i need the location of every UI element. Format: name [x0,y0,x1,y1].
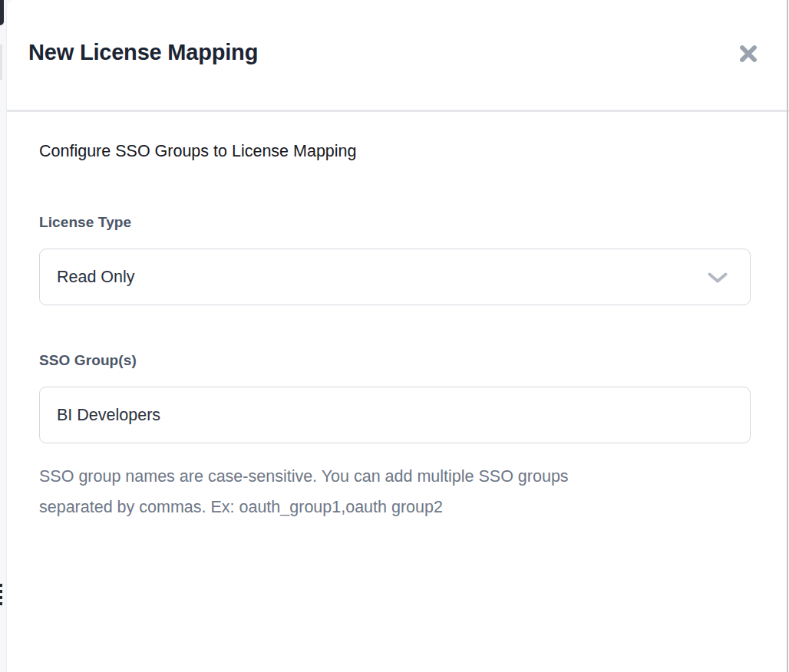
chevron-down-icon [707,272,728,288]
background-edge-patch [0,44,2,80]
close-icon [736,41,761,68]
modal-subtitle: Configure SSO Groups to License Mapping [39,142,357,161]
license-type-selected-value: Read Only [57,249,135,305]
sso-groups-field [39,387,751,443]
sso-groups-helper-line2: separated by commas. Ex: oauth_group1,oa… [39,492,730,522]
menu-icon-dash [0,602,2,605]
background-dark-corner [0,0,4,25]
menu-icon-dash [0,596,2,599]
sso-groups-helper-text: SSO group names are case-sensitive. You … [39,461,730,522]
new-license-mapping-modal: New License Mapping Configure SSO Groups… [6,0,789,672]
sso-groups-input[interactable] [40,387,750,443]
sso-groups-label: SSO Group(s) [39,352,137,369]
license-type-select[interactable]: Read Only [39,249,751,305]
sso-groups-helper-line1: SSO group names are case-sensitive. You … [39,461,730,492]
window-right-edge [787,0,788,672]
header-divider [7,110,789,112]
license-type-label: License Type [39,214,131,231]
screen: New License Mapping Configure SSO Groups… [0,0,789,672]
modal-title: New License Mapping [28,40,258,65]
menu-icon [0,584,2,608]
menu-icon-dash [0,590,2,593]
close-button[interactable] [735,41,761,68]
menu-icon-dash [0,584,2,587]
